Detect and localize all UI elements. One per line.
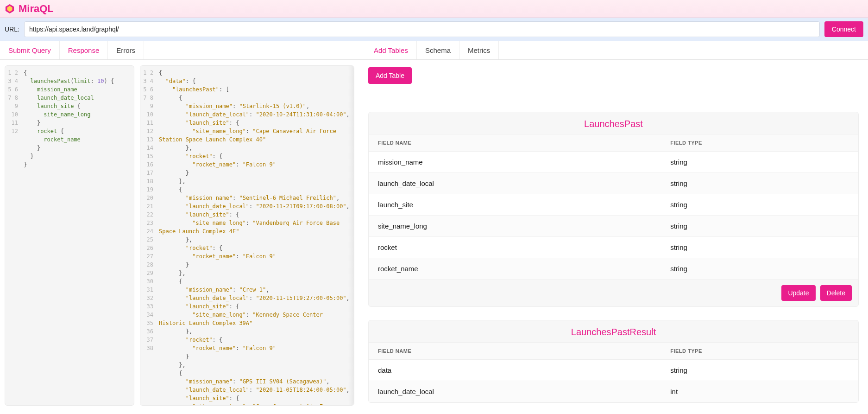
cell-field-name: data (369, 360, 661, 381)
cell-field-type: string (661, 194, 858, 216)
tabs-row: Submit Query Response Errors Add Tables … (0, 41, 868, 60)
tab-schema[interactable]: Schema (417, 41, 459, 59)
url-input[interactable] (24, 21, 820, 37)
col-field-name: FIELD NAME (369, 343, 661, 360)
cell-field-type: string (661, 360, 858, 381)
main-area: 1 2 3 4 5 6 7 8 9 10 11 12 { launchesPas… (0, 60, 868, 411)
card-actions: UpdateDelete (369, 280, 858, 306)
tab-response[interactable]: Response (60, 41, 108, 59)
tab-errors[interactable]: Errors (108, 41, 144, 59)
cell-field-type: string (661, 237, 858, 258)
add-table-button[interactable]: Add Table (368, 67, 412, 84)
cell-field-name: rocket (369, 237, 661, 258)
schema-card: LaunchesPastFIELD NAMEFIELD TYPEmission_… (368, 112, 859, 307)
connect-button[interactable]: Connect (824, 21, 863, 37)
schema-card-title: LaunchesPast (369, 112, 858, 134)
table-row[interactable]: mission_namestring (369, 152, 858, 173)
table-row[interactable]: launch_date_localint (369, 381, 858, 402)
app-title: MiraQL (19, 3, 54, 15)
cell-field-name: site_name_long (369, 216, 661, 237)
cell-field-type: string (661, 258, 858, 280)
tab-metrics[interactable]: Metrics (459, 41, 499, 59)
query-editor[interactable]: 1 2 3 4 5 6 7 8 9 10 11 12 { launchesPas… (5, 65, 134, 406)
schema-table: FIELD NAMEFIELD TYPEdatastringlaunch_dat… (369, 342, 858, 402)
col-field-name: FIELD NAME (369, 134, 661, 152)
cell-field-name: launch_site (369, 194, 661, 216)
cell-field-type: string (661, 216, 858, 237)
cell-field-name: launch_date_local (369, 173, 661, 194)
response-viewer[interactable]: 1 2 3 4 5 6 7 8 9 10 11 12 13 14 15 16 1… (140, 65, 354, 406)
cell-field-type: string (661, 152, 858, 173)
cell-field-type: int (661, 381, 858, 402)
schema-card: LaunchesPastResultFIELD NAMEFIELD TYPEda… (368, 320, 859, 403)
table-row[interactable]: rocket_namestring (369, 258, 858, 280)
update-button[interactable]: Update (781, 285, 815, 301)
app-header: MiraQL (0, 0, 868, 18)
cell-field-name: rocket_name (369, 258, 661, 280)
delete-button[interactable]: Delete (820, 285, 852, 301)
table-row[interactable]: launch_date_localstring (369, 173, 858, 194)
col-field-type: FIELD TYPE (661, 343, 858, 360)
app-logo-icon (5, 4, 15, 14)
table-row[interactable]: datastring (369, 360, 858, 381)
url-bar: URL: Connect (0, 18, 868, 41)
cell-field-name: mission_name (369, 152, 661, 173)
table-row[interactable]: launch_sitestring (369, 194, 858, 216)
table-row[interactable]: rocketstring (369, 237, 858, 258)
tab-submit-query[interactable]: Submit Query (0, 41, 60, 59)
cell-field-name: launch_date_local (369, 381, 661, 402)
table-row[interactable]: site_name_longstring (369, 216, 858, 237)
col-field-type: FIELD TYPE (661, 134, 858, 152)
tab-add-tables[interactable]: Add Tables (365, 41, 417, 59)
cell-field-type: string (661, 173, 858, 194)
schema-card-title: LaunchesPastResult (369, 320, 858, 342)
schema-table: FIELD NAMEFIELD TYPEmission_namestringla… (369, 134, 858, 280)
scrollbar[interactable] (348, 66, 354, 405)
left-panel: 1 2 3 4 5 6 7 8 9 10 11 12 { launchesPas… (0, 60, 359, 411)
right-panel: Add Table LaunchesPastFIELD NAMEFIELD TY… (359, 60, 868, 411)
url-label: URL: (5, 25, 19, 33)
